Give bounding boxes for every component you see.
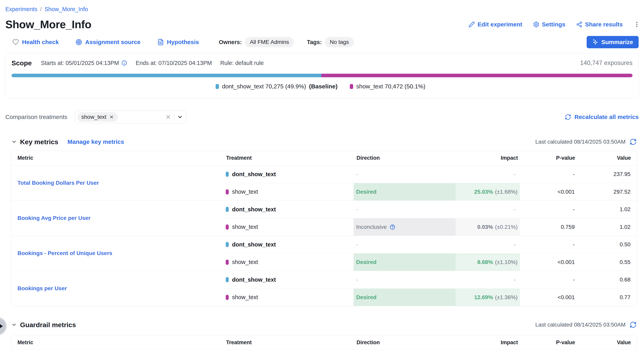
column-header-pvalue: P-value bbox=[520, 155, 578, 161]
scope-starts-at-text: Starts at: 05/01/2025 04:13PM bbox=[41, 60, 119, 66]
column-header-direction: Direction bbox=[354, 339, 456, 346]
direction-label: Desired bbox=[356, 259, 376, 265]
pvalue-cell: - bbox=[520, 271, 578, 288]
settings-label: Settings bbox=[542, 21, 566, 28]
manage-key-metrics-link[interactable]: Manage key metrics bbox=[68, 138, 124, 145]
owners-group: Owners: All FME Admins bbox=[219, 37, 294, 47]
legend-item-treatment: show_text 70,472 (50.1%) bbox=[350, 83, 428, 90]
metric-cell: Bookings - Percent of Unique Users bbox=[12, 236, 224, 271]
impact-cell: 0.03% (±0.21%) bbox=[456, 218, 520, 236]
key-metrics-header: Key metrics Manage key metrics Last calc… bbox=[11, 137, 637, 146]
collapse-section-icon[interactable] bbox=[11, 322, 17, 327]
comparison-chip-label: show_text bbox=[82, 114, 106, 120]
bullseye-icon bbox=[76, 39, 82, 46]
comparison-label: Comparison treatments bbox=[5, 114, 67, 120]
last-calculated-text: Last calculated 08/14/2025 03:50AM bbox=[535, 139, 626, 145]
tags-chip[interactable]: No tags bbox=[325, 37, 354, 47]
table-header-row: Metric Treatment Direction Impact P-valu… bbox=[12, 335, 636, 350]
impact-confidence-interval: (±1.36%) bbox=[495, 294, 518, 300]
breadcrumb: Experiments / Show_More_Info bbox=[5, 6, 639, 13]
collapse-section-icon[interactable] bbox=[11, 139, 17, 145]
value-cell: 297.52 bbox=[578, 183, 636, 200]
hypothesis-button[interactable]: Hypothesis bbox=[157, 39, 199, 46]
pvalue-cell: <0.001 bbox=[520, 253, 578, 271]
legend-label: dont_show_text 70,275 (49.9%) bbox=[222, 83, 306, 90]
last-calculated-text: Last calculated 08/14/2025 03:50AM bbox=[535, 321, 626, 328]
comparison-select[interactable]: show_text bbox=[75, 111, 186, 123]
clear-all-icon[interactable] bbox=[165, 114, 171, 120]
column-header-direction: Direction bbox=[354, 155, 456, 161]
treatment-name: dont_show_text bbox=[232, 276, 276, 283]
refresh-icon[interactable] bbox=[630, 138, 637, 145]
scope-starts-at: Starts at: 05/01/2025 04:13PM bbox=[41, 60, 127, 66]
help-icon[interactable] bbox=[390, 224, 396, 230]
legend-item-baseline: dont_show_text 70,275 (49.9%) (Baseline) bbox=[216, 83, 338, 90]
legend-label: show_text 70,472 (50.1%) bbox=[356, 83, 426, 90]
value-cell: 1.02 bbox=[578, 218, 636, 236]
settings-button[interactable]: Settings bbox=[533, 21, 566, 28]
guardrail-title: Guardrail metrics bbox=[20, 321, 76, 329]
edit-experiment-button[interactable]: Edit experiment bbox=[468, 21, 522, 28]
treatment-swatch bbox=[226, 277, 229, 282]
metric-link[interactable]: Booking Avg Price per User bbox=[18, 215, 90, 221]
column-header-metric: Metric bbox=[12, 339, 224, 346]
direction-label: - bbox=[356, 171, 358, 177]
assignment-source-label: Assignment source bbox=[85, 39, 140, 46]
impact-confidence-interval: (±1.68%) bbox=[495, 189, 518, 195]
title-row: Show_More_Info Edit experiment Settings … bbox=[5, 18, 639, 31]
impact-value: - bbox=[514, 171, 516, 177]
more-options-menu[interactable] bbox=[634, 21, 640, 28]
refresh-icon[interactable] bbox=[630, 321, 637, 328]
health-check-label: Health check bbox=[22, 39, 59, 46]
table-header-row: Metric Treatment Direction Impact P-valu… bbox=[12, 151, 636, 165]
treatment-name: show_text bbox=[232, 188, 258, 195]
gear-icon bbox=[533, 21, 540, 28]
guardrail-header: Guardrail metrics Last calculated 08/14/… bbox=[11, 320, 637, 329]
chevron-down-icon[interactable] bbox=[177, 114, 183, 120]
column-header-pvalue: P-value bbox=[520, 339, 578, 346]
impact-cell: 12.69% (±1.36%) bbox=[456, 289, 520, 306]
key-metrics-body: Total Booking Dollars Per User dont_show… bbox=[12, 165, 636, 306]
treatment-rows: dont_show_text - - - 1.02 show_text Inco… bbox=[224, 201, 636, 236]
metric-link[interactable]: Bookings per User bbox=[18, 285, 67, 292]
owners-label: Owners: bbox=[219, 39, 242, 46]
treatment-cell: show_text bbox=[224, 289, 354, 306]
impact-value: 8.68% bbox=[477, 259, 493, 265]
summarize-button[interactable]: Summarize bbox=[587, 36, 639, 48]
chip-remove-icon[interactable] bbox=[109, 115, 114, 119]
column-header-impact: Impact bbox=[456, 155, 520, 161]
share-results-button[interactable]: Share results bbox=[576, 21, 623, 28]
distribution-legend: dont_show_text 70,275 (49.9%) (Baseline)… bbox=[12, 83, 632, 90]
pvalue-cell: - bbox=[520, 201, 578, 218]
metric-link[interactable]: Bookings - Percent of Unique Users bbox=[18, 250, 112, 256]
top-actions: Edit experiment Settings Share results bbox=[468, 21, 640, 28]
treatment-row: show_text Inconclusive 0.03% (±0.21%) 0.… bbox=[224, 218, 636, 236]
guardrail-last-calculated: Last calculated 08/14/2025 03:50AM bbox=[535, 321, 637, 328]
treatment-cell: dont_show_text bbox=[224, 236, 354, 253]
key-metrics-last-calculated: Last calculated 08/14/2025 03:50AM bbox=[535, 138, 637, 145]
pencil-icon bbox=[468, 21, 475, 28]
comparison-chip[interactable]: show_text bbox=[78, 112, 118, 122]
direction-cell: Desired bbox=[354, 183, 456, 200]
treatment-swatch bbox=[226, 260, 229, 265]
assignment-source-button[interactable]: Assignment source bbox=[76, 39, 140, 46]
treatment-swatch bbox=[226, 242, 229, 247]
metric-group: Total Booking Dollars Per User dont_show… bbox=[12, 165, 636, 200]
breadcrumb-experiments-link[interactable]: Experiments bbox=[5, 6, 37, 13]
metric-link[interactable]: Total Booking Dollars Per User bbox=[18, 180, 99, 186]
health-check-button[interactable]: Health check bbox=[12, 39, 59, 46]
direction-cell: Desired bbox=[354, 289, 456, 306]
treatment-cell: dont_show_text bbox=[224, 201, 354, 218]
guardrail-table: Metric Treatment Direction Impact P-valu… bbox=[11, 335, 637, 350]
breadcrumb-current-link[interactable]: Show_More_Info bbox=[44, 6, 88, 13]
owners-chip[interactable]: All FME Admins bbox=[245, 37, 294, 47]
recalculate-all-metrics-button[interactable]: Recalculate all metrics bbox=[565, 114, 639, 120]
info-icon[interactable] bbox=[121, 60, 127, 66]
direction-cell: - bbox=[354, 201, 456, 218]
heart-icon bbox=[12, 39, 19, 46]
scope-row: Scope Starts at: 05/01/2025 04:13PM Ends… bbox=[12, 59, 632, 67]
scope-card: Scope Starts at: 05/01/2025 04:13PM Ends… bbox=[5, 53, 639, 98]
direction-label: Desired bbox=[356, 294, 376, 300]
impact-cell: 8.68% (±1.10%) bbox=[456, 253, 520, 271]
document-icon bbox=[157, 39, 164, 46]
